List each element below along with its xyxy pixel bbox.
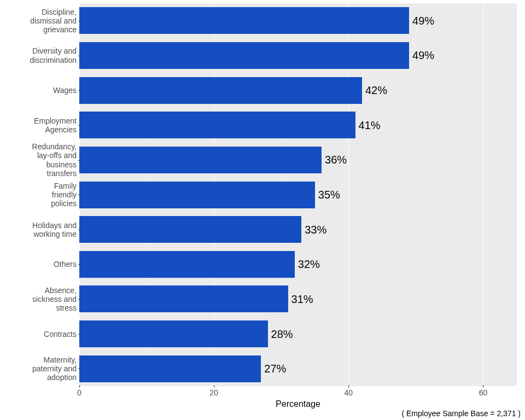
bar [79, 355, 261, 382]
bar-row: 49% [79, 40, 517, 71]
chart-footnote: ( Employee Sample Base = 2,371 ) [401, 409, 521, 418]
x-tick: 40 [345, 388, 353, 397]
bar [79, 42, 409, 69]
bar [79, 182, 315, 208]
bar [79, 147, 322, 173]
x-tick: 20 [209, 388, 218, 397]
bar-row: 32% [79, 249, 517, 280]
bar [79, 112, 355, 138]
bar-row: 28% [79, 318, 517, 349]
y-tick: Redundancy,lay-offs andbusinesstransfers [3, 142, 77, 177]
bar-value-label: 31% [291, 293, 313, 305]
bar-value-label: 32% [298, 258, 320, 271]
bar [79, 320, 268, 347]
y-tick: Wages [3, 86, 77, 95]
bar-row: 42% [79, 75, 517, 106]
bar-value-label: 49% [412, 14, 434, 27]
bar-value-label: 41% [359, 119, 381, 131]
y-tick: Familyfriendlypolicies [3, 182, 77, 208]
bar-row: 33% [79, 214, 517, 245]
y-tick: Absence,sickness andstress [3, 286, 77, 312]
bar-value-label: 33% [305, 223, 326, 236]
bar-row: 36% [79, 144, 517, 176]
bar-chart: 49%49%42%41%36%35%33%32%31%28%27% Percen… [0, 0, 525, 420]
bar-value-label: 28% [271, 328, 293, 340]
plot-panel: 49%49%42%41%36%35%33%32%31%28%27% [79, 3, 517, 386]
bar-value-label: 27% [264, 363, 286, 375]
bar-row: 31% [79, 283, 517, 314]
bar [79, 251, 295, 278]
bar-row: 41% [79, 109, 517, 141]
bar [79, 285, 288, 312]
bar-row: 49% [79, 5, 517, 36]
bar [79, 7, 409, 34]
y-tick: Discipline,dismissal andgrievance [3, 8, 77, 34]
x-tick: 60 [479, 388, 488, 397]
y-tick: EmploymentAgencies [3, 116, 77, 134]
y-tick: Holidays andworking time [3, 221, 77, 238]
bar-value-label: 35% [318, 189, 340, 201]
y-tick: Contracts [3, 329, 77, 338]
x-tick: 0 [77, 388, 81, 397]
y-tick: Diversity anddiscrimination [3, 46, 77, 64]
bar-value-label: 42% [365, 84, 387, 97]
bar-row: 35% [79, 179, 517, 211]
bar-value-label: 49% [412, 49, 434, 62]
x-axis-label: Percentage [79, 399, 517, 409]
bar [79, 77, 362, 104]
bar-value-label: 36% [325, 154, 347, 166]
bar [79, 216, 301, 243]
y-tick: Maternity,paternity andadoption [3, 355, 77, 382]
y-tick: Others [3, 260, 77, 269]
bar-row: 27% [79, 353, 517, 384]
